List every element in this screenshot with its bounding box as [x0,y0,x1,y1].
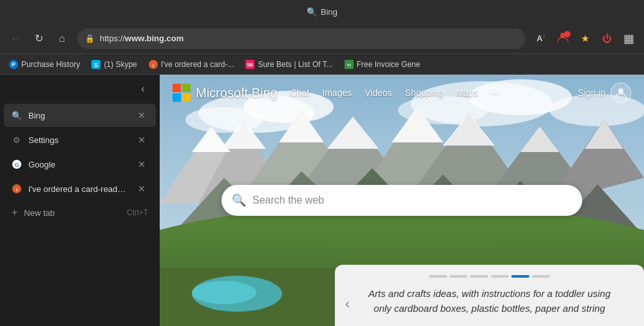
bookmark-purchase-history-label: Purchase History [21,60,80,69]
back-icon: ← [10,33,21,44]
tab-google-title: Google [28,160,129,169]
bing-logo[interactable]: Microsoft Bing [173,84,278,102]
svg-point-16 [185,107,263,133]
svg-point-46 [192,281,256,304]
bing-search-icon: 🔍 [232,193,246,207]
bing-search-placeholder: Search the web [252,195,324,206]
dot-5 [511,275,529,278]
svg-text:i: i [153,62,154,68]
tab-bing-close[interactable]: ✕ [135,109,148,122]
svg-point-51 [618,88,623,93]
bing-header: Microsoft Bing Chat Images Videos Shoppi… [160,75,644,111]
home-button[interactable]: ⌂ [52,28,72,49]
bing-tab-favicon: 🔍 [12,110,22,120]
google-tab-favicon: G [12,159,22,169]
bing-search-box: 🔍 Search the web [222,185,582,216]
skype-favicon: S [91,60,100,69]
tab-google-close[interactable]: ✕ [135,158,148,171]
web-content: Microsoft Bing Chat Images Videos Shoppi… [160,75,644,326]
bing-nav-videos[interactable]: Videos [365,85,392,101]
tab-google[interactable]: G Google ✕ [4,153,156,176]
power-icon: ⏻ [602,33,612,44]
card-previous-button[interactable]: ‹ [345,296,350,312]
ordered-tab-favicon: i [12,184,22,194]
svg-text:S: S [94,62,98,68]
plus-icon: + [12,207,17,218]
bing-suggestion-card: ‹ Arts and crafts ideas, with instructio… [335,265,644,326]
title-bar: 🔍 Bing [0,0,644,23]
read-aloud-button[interactable]: A↑ [531,28,551,49]
url-domain: www.bing.com [125,34,184,43]
new-tab-label: New tab [24,208,55,218]
profile-button[interactable] [553,28,573,49]
svg-text:FI: FI [347,63,351,67]
bing-search-inner[interactable]: 🔍 Search the web [222,185,582,216]
collapse-sidebar-button[interactable]: ‹ [134,80,152,98]
svg-text:SB: SB [247,62,254,67]
svg-rect-48 [182,84,191,92]
bing-nav-more[interactable]: ··· [491,85,498,101]
bookmark-free-invoice-label: Free Invoice Gene [357,60,421,69]
bing-logo-text: Microsoft Bing [196,86,278,101]
svg-text:G: G [14,162,19,168]
bing-navigation: Chat Images Videos Shopping Maps ··· [290,85,498,101]
sure-bets-favicon: SB [245,60,254,69]
bookmark-ordered-card[interactable]: i I've ordered a card-... [144,58,240,71]
bing-nav-maps[interactable]: Maps [456,85,478,101]
dot-3 [470,275,488,278]
reload-icon: ↻ [35,32,43,44]
dot-2 [450,275,468,278]
bookmark-skype[interactable]: S (1) Skype [86,58,142,71]
lock-icon: 🔒 [85,34,95,43]
nav-bar: ← ↻ ⌂ 🔒 https://www.bing.com A↑ ★ [0,23,644,54]
read-aloud-icon: A↑ [536,34,545,43]
settings-tab-favicon: ⚙ [12,135,22,145]
new-tab-button[interactable]: + New tab Ctrl+T [4,202,156,224]
dot-6 [532,275,550,278]
profile-badge [564,31,571,37]
bing-background: Microsoft Bing Chat Images Videos Shoppi… [160,75,644,326]
bookmark-skype-label: (1) Skype [104,60,137,69]
bing-nav-chat[interactable]: Chat [290,85,310,101]
dot-4 [491,275,509,278]
back-button[interactable]: ← [5,28,26,49]
favorites-button[interactable]: ★ [574,28,595,49]
bing-sign-in[interactable]: Sign in [578,82,631,103]
dot-1 [429,275,447,278]
address-text: https://www.bing.com [100,34,184,43]
collection-icon: ▦ [623,32,634,46]
bookmark-free-invoice[interactable]: FI Free Invoice Gene [339,58,426,71]
free-invoice-favicon: FI [345,60,354,69]
nav-right-buttons: A↑ ★ ⏻ ▦ [531,28,639,49]
sidebar-header: ‹ [0,75,160,103]
svg-text:i: i [16,187,17,193]
new-tab-shortcut: Ctrl+T [127,208,148,217]
tab-settings[interactable]: ⚙ Settings ✕ [4,128,156,151]
collection-button[interactable]: ▦ [618,28,639,49]
tab-ordered-close[interactable]: ✕ [135,182,148,195]
bing-nav-shopping[interactable]: Shopping [405,85,443,101]
ordered-card-favicon: i [149,60,158,69]
svg-rect-50 [182,93,191,102]
bookmarks-bar: P Purchase History S (1) Skype i I've or… [0,54,644,75]
svg-rect-49 [173,93,181,102]
tab-ordered[interactable]: i I've ordered a card-reader b... ✕ [4,177,156,200]
tab-bing[interactable]: 🔍 Bing ✕ [4,104,156,127]
bookmark-purchase-history[interactable]: P Purchase History [4,58,85,71]
title-bar-search-icon: 🔍 [307,7,317,17]
bookmark-sure-bets[interactable]: SB Sure Bets | List Of T... [240,58,337,71]
tab-settings-title: Settings [28,135,129,145]
home-icon: ⌂ [59,33,65,44]
tab-settings-close[interactable]: ✕ [135,133,148,146]
reload-button[interactable]: ↻ [28,28,49,49]
power-button[interactable]: ⏻ [596,28,617,49]
purchase-history-favicon: P [9,60,18,69]
sidebar: ‹ 🔍 Bing ✕ ⚙ Settings ✕ G Google ✕ [0,75,160,326]
bing-sign-in-text: Sign in [578,88,605,98]
tab-ordered-title: I've ordered a card-reader b... [28,184,129,194]
bing-nav-images[interactable]: Images [322,85,352,101]
bookmark-sure-bets-label: Sure Bets | List Of T... [258,60,332,69]
star-icon: ★ [581,33,589,44]
address-bar[interactable]: 🔒 https://www.bing.com [77,28,526,49]
main-area: ‹ 🔍 Bing ✕ ⚙ Settings ✕ G Google ✕ [0,75,644,326]
